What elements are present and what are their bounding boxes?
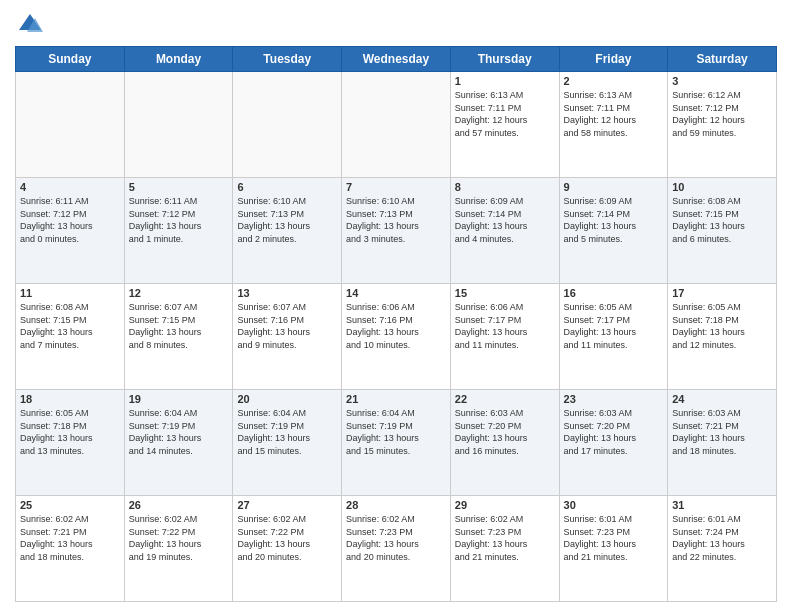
day-info: Sunrise: 6:02 AMSunset: 7:21 PMDaylight:… bbox=[20, 513, 120, 563]
day-info: Sunrise: 6:06 AMSunset: 7:17 PMDaylight:… bbox=[455, 301, 555, 351]
day-number: 18 bbox=[20, 393, 120, 405]
day-cell-19: 19Sunrise: 6:04 AMSunset: 7:19 PMDayligh… bbox=[124, 390, 233, 496]
day-number: 5 bbox=[129, 181, 229, 193]
day-number: 31 bbox=[672, 499, 772, 511]
day-number: 13 bbox=[237, 287, 337, 299]
weekday-header-wednesday: Wednesday bbox=[342, 47, 451, 72]
weekday-header-monday: Monday bbox=[124, 47, 233, 72]
weekday-header-sunday: Sunday bbox=[16, 47, 125, 72]
day-number: 8 bbox=[455, 181, 555, 193]
page: SundayMondayTuesdayWednesdayThursdayFrid… bbox=[0, 0, 792, 612]
day-cell-29: 29Sunrise: 6:02 AMSunset: 7:23 PMDayligh… bbox=[450, 496, 559, 602]
day-number: 26 bbox=[129, 499, 229, 511]
day-cell-8: 8Sunrise: 6:09 AMSunset: 7:14 PMDaylight… bbox=[450, 178, 559, 284]
day-number: 30 bbox=[564, 499, 664, 511]
day-number: 16 bbox=[564, 287, 664, 299]
day-info: Sunrise: 6:12 AMSunset: 7:12 PMDaylight:… bbox=[672, 89, 772, 139]
day-info: Sunrise: 6:04 AMSunset: 7:19 PMDaylight:… bbox=[346, 407, 446, 457]
day-cell-31: 31Sunrise: 6:01 AMSunset: 7:24 PMDayligh… bbox=[668, 496, 777, 602]
day-number: 15 bbox=[455, 287, 555, 299]
week-row-1: 1Sunrise: 6:13 AMSunset: 7:11 PMDaylight… bbox=[16, 72, 777, 178]
day-cell-7: 7Sunrise: 6:10 AMSunset: 7:13 PMDaylight… bbox=[342, 178, 451, 284]
day-info: Sunrise: 6:05 AMSunset: 7:17 PMDaylight:… bbox=[564, 301, 664, 351]
day-cell-9: 9Sunrise: 6:09 AMSunset: 7:14 PMDaylight… bbox=[559, 178, 668, 284]
day-info: Sunrise: 6:06 AMSunset: 7:16 PMDaylight:… bbox=[346, 301, 446, 351]
day-info: Sunrise: 6:03 AMSunset: 7:20 PMDaylight:… bbox=[455, 407, 555, 457]
day-cell-26: 26Sunrise: 6:02 AMSunset: 7:22 PMDayligh… bbox=[124, 496, 233, 602]
day-info: Sunrise: 6:11 AMSunset: 7:12 PMDaylight:… bbox=[129, 195, 229, 245]
day-number: 17 bbox=[672, 287, 772, 299]
weekday-header-tuesday: Tuesday bbox=[233, 47, 342, 72]
empty-cell bbox=[124, 72, 233, 178]
day-cell-20: 20Sunrise: 6:04 AMSunset: 7:19 PMDayligh… bbox=[233, 390, 342, 496]
day-cell-1: 1Sunrise: 6:13 AMSunset: 7:11 PMDaylight… bbox=[450, 72, 559, 178]
day-info: Sunrise: 6:09 AMSunset: 7:14 PMDaylight:… bbox=[564, 195, 664, 245]
weekday-header-saturday: Saturday bbox=[668, 47, 777, 72]
day-info: Sunrise: 6:09 AMSunset: 7:14 PMDaylight:… bbox=[455, 195, 555, 245]
empty-cell bbox=[233, 72, 342, 178]
day-info: Sunrise: 6:02 AMSunset: 7:23 PMDaylight:… bbox=[346, 513, 446, 563]
day-info: Sunrise: 6:08 AMSunset: 7:15 PMDaylight:… bbox=[20, 301, 120, 351]
day-number: 28 bbox=[346, 499, 446, 511]
day-info: Sunrise: 6:02 AMSunset: 7:23 PMDaylight:… bbox=[455, 513, 555, 563]
day-info: Sunrise: 6:07 AMSunset: 7:15 PMDaylight:… bbox=[129, 301, 229, 351]
day-info: Sunrise: 6:13 AMSunset: 7:11 PMDaylight:… bbox=[564, 89, 664, 139]
day-info: Sunrise: 6:01 AMSunset: 7:24 PMDaylight:… bbox=[672, 513, 772, 563]
day-info: Sunrise: 6:04 AMSunset: 7:19 PMDaylight:… bbox=[129, 407, 229, 457]
day-cell-6: 6Sunrise: 6:10 AMSunset: 7:13 PMDaylight… bbox=[233, 178, 342, 284]
day-cell-28: 28Sunrise: 6:02 AMSunset: 7:23 PMDayligh… bbox=[342, 496, 451, 602]
day-info: Sunrise: 6:08 AMSunset: 7:15 PMDaylight:… bbox=[672, 195, 772, 245]
day-info: Sunrise: 6:07 AMSunset: 7:16 PMDaylight:… bbox=[237, 301, 337, 351]
day-cell-3: 3Sunrise: 6:12 AMSunset: 7:12 PMDaylight… bbox=[668, 72, 777, 178]
day-number: 2 bbox=[564, 75, 664, 87]
day-number: 29 bbox=[455, 499, 555, 511]
day-cell-27: 27Sunrise: 6:02 AMSunset: 7:22 PMDayligh… bbox=[233, 496, 342, 602]
day-info: Sunrise: 6:10 AMSunset: 7:13 PMDaylight:… bbox=[237, 195, 337, 245]
day-cell-24: 24Sunrise: 6:03 AMSunset: 7:21 PMDayligh… bbox=[668, 390, 777, 496]
day-number: 21 bbox=[346, 393, 446, 405]
day-number: 6 bbox=[237, 181, 337, 193]
day-info: Sunrise: 6:02 AMSunset: 7:22 PMDaylight:… bbox=[129, 513, 229, 563]
day-number: 27 bbox=[237, 499, 337, 511]
day-cell-4: 4Sunrise: 6:11 AMSunset: 7:12 PMDaylight… bbox=[16, 178, 125, 284]
day-info: Sunrise: 6:11 AMSunset: 7:12 PMDaylight:… bbox=[20, 195, 120, 245]
logo bbox=[15, 10, 49, 40]
day-number: 12 bbox=[129, 287, 229, 299]
day-cell-21: 21Sunrise: 6:04 AMSunset: 7:19 PMDayligh… bbox=[342, 390, 451, 496]
day-cell-16: 16Sunrise: 6:05 AMSunset: 7:17 PMDayligh… bbox=[559, 284, 668, 390]
day-cell-12: 12Sunrise: 6:07 AMSunset: 7:15 PMDayligh… bbox=[124, 284, 233, 390]
weekday-header-friday: Friday bbox=[559, 47, 668, 72]
day-cell-15: 15Sunrise: 6:06 AMSunset: 7:17 PMDayligh… bbox=[450, 284, 559, 390]
day-number: 19 bbox=[129, 393, 229, 405]
day-cell-30: 30Sunrise: 6:01 AMSunset: 7:23 PMDayligh… bbox=[559, 496, 668, 602]
day-info: Sunrise: 6:13 AMSunset: 7:11 PMDaylight:… bbox=[455, 89, 555, 139]
day-cell-17: 17Sunrise: 6:05 AMSunset: 7:18 PMDayligh… bbox=[668, 284, 777, 390]
day-cell-25: 25Sunrise: 6:02 AMSunset: 7:21 PMDayligh… bbox=[16, 496, 125, 602]
day-info: Sunrise: 6:05 AMSunset: 7:18 PMDaylight:… bbox=[672, 301, 772, 351]
day-cell-5: 5Sunrise: 6:11 AMSunset: 7:12 PMDaylight… bbox=[124, 178, 233, 284]
day-cell-13: 13Sunrise: 6:07 AMSunset: 7:16 PMDayligh… bbox=[233, 284, 342, 390]
day-number: 22 bbox=[455, 393, 555, 405]
day-number: 9 bbox=[564, 181, 664, 193]
weekday-header-row: SundayMondayTuesdayWednesdayThursdayFrid… bbox=[16, 47, 777, 72]
week-row-4: 18Sunrise: 6:05 AMSunset: 7:18 PMDayligh… bbox=[16, 390, 777, 496]
day-cell-14: 14Sunrise: 6:06 AMSunset: 7:16 PMDayligh… bbox=[342, 284, 451, 390]
day-number: 3 bbox=[672, 75, 772, 87]
calendar-table: SundayMondayTuesdayWednesdayThursdayFrid… bbox=[15, 46, 777, 602]
day-number: 4 bbox=[20, 181, 120, 193]
day-number: 20 bbox=[237, 393, 337, 405]
day-info: Sunrise: 6:02 AMSunset: 7:22 PMDaylight:… bbox=[237, 513, 337, 563]
day-number: 14 bbox=[346, 287, 446, 299]
day-cell-10: 10Sunrise: 6:08 AMSunset: 7:15 PMDayligh… bbox=[668, 178, 777, 284]
day-info: Sunrise: 6:05 AMSunset: 7:18 PMDaylight:… bbox=[20, 407, 120, 457]
day-number: 24 bbox=[672, 393, 772, 405]
day-cell-22: 22Sunrise: 6:03 AMSunset: 7:20 PMDayligh… bbox=[450, 390, 559, 496]
day-number: 7 bbox=[346, 181, 446, 193]
day-info: Sunrise: 6:03 AMSunset: 7:20 PMDaylight:… bbox=[564, 407, 664, 457]
day-number: 23 bbox=[564, 393, 664, 405]
day-number: 1 bbox=[455, 75, 555, 87]
day-number: 25 bbox=[20, 499, 120, 511]
header bbox=[15, 10, 777, 40]
logo-icon bbox=[15, 10, 45, 40]
empty-cell bbox=[16, 72, 125, 178]
